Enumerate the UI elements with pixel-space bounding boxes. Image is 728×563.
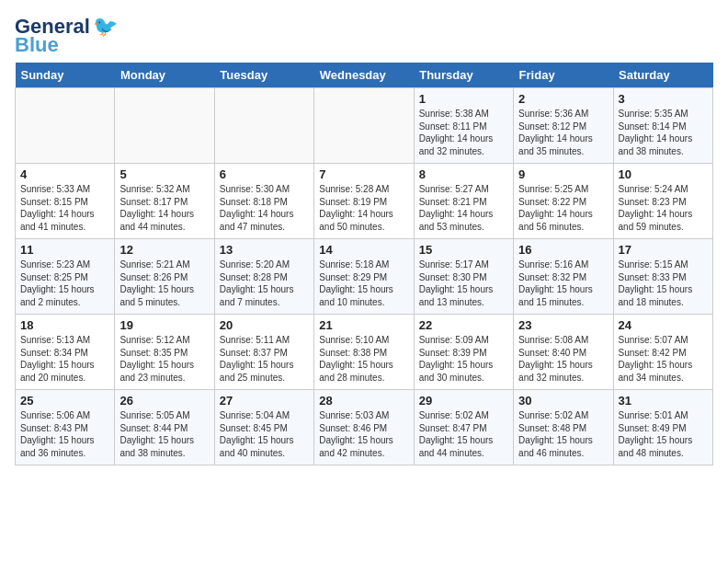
calendar-cell: 21Sunrise: 5:10 AM Sunset: 8:38 PM Dayli… (314, 315, 414, 390)
day-number: 25 (20, 394, 109, 408)
day-number: 18 (20, 318, 109, 332)
calendar-cell: 11Sunrise: 5:23 AM Sunset: 8:25 PM Dayli… (16, 239, 115, 315)
col-header-sunday: Sunday (16, 63, 115, 88)
day-info: Sunrise: 5:17 AM Sunset: 8:30 PM Dayligh… (419, 259, 508, 308)
calendar-cell: 25Sunrise: 5:06 AM Sunset: 8:43 PM Dayli… (16, 390, 115, 465)
day-info: Sunrise: 5:18 AM Sunset: 8:29 PM Dayligh… (319, 259, 408, 308)
day-number: 23 (518, 318, 608, 332)
day-number: 15 (419, 243, 508, 257)
day-number: 6 (220, 167, 309, 181)
day-number: 4 (20, 167, 109, 181)
calendar-cell: 20Sunrise: 5:11 AM Sunset: 8:37 PM Dayli… (214, 315, 313, 390)
day-number: 1 (419, 92, 508, 106)
calendar-cell: 22Sunrise: 5:09 AM Sunset: 8:39 PM Dayli… (414, 315, 513, 390)
day-info: Sunrise: 5:07 AM Sunset: 8:42 PM Dayligh… (619, 334, 708, 384)
day-number: 30 (518, 394, 608, 408)
day-number: 12 (119, 243, 209, 257)
day-number: 31 (619, 394, 708, 408)
day-info: Sunrise: 5:01 AM Sunset: 8:49 PM Dayligh… (619, 409, 708, 459)
calendar-cell: 4Sunrise: 5:33 AM Sunset: 8:15 PM Daylig… (16, 164, 115, 239)
day-info: Sunrise: 5:27 AM Sunset: 8:21 PM Dayligh… (419, 183, 508, 233)
calendar-week-5: 25Sunrise: 5:06 AM Sunset: 8:43 PM Dayli… (16, 390, 713, 465)
day-info: Sunrise: 5:24 AM Sunset: 8:23 PM Dayligh… (619, 183, 708, 233)
day-info: Sunrise: 5:02 AM Sunset: 8:48 PM Dayligh… (518, 409, 608, 459)
day-number: 17 (619, 243, 708, 257)
day-number: 13 (220, 243, 309, 257)
col-header-monday: Monday (115, 63, 214, 88)
day-number: 22 (419, 318, 508, 332)
calendar-cell (314, 88, 414, 164)
day-info: Sunrise: 5:33 AM Sunset: 8:15 PM Dayligh… (20, 183, 109, 233)
day-number: 5 (119, 167, 209, 181)
calendar-cell: 23Sunrise: 5:08 AM Sunset: 8:40 PM Dayli… (514, 315, 613, 390)
day-info: Sunrise: 5:30 AM Sunset: 8:18 PM Dayligh… (220, 183, 309, 233)
calendar-cell: 30Sunrise: 5:02 AM Sunset: 8:48 PM Dayli… (514, 390, 613, 465)
day-number: 19 (119, 318, 209, 332)
page-header: General 🐦 Blue (15, 15, 713, 55)
day-info: Sunrise: 5:06 AM Sunset: 8:43 PM Dayligh… (20, 409, 109, 459)
calendar-cell: 29Sunrise: 5:02 AM Sunset: 8:47 PM Dayli… (414, 390, 513, 465)
calendar-cell: 5Sunrise: 5:32 AM Sunset: 8:17 PM Daylig… (115, 164, 214, 239)
day-info: Sunrise: 5:09 AM Sunset: 8:39 PM Dayligh… (419, 334, 508, 384)
day-number: 29 (419, 394, 508, 408)
col-header-wednesday: Wednesday (314, 63, 414, 88)
day-number: 20 (220, 318, 309, 332)
calendar-cell (214, 88, 313, 164)
calendar-week-2: 4Sunrise: 5:33 AM Sunset: 8:15 PM Daylig… (16, 164, 713, 239)
logo-blue: Blue (15, 35, 59, 55)
calendar-cell (16, 88, 115, 164)
day-number: 28 (319, 394, 408, 408)
calendar-cell: 10Sunrise: 5:24 AM Sunset: 8:23 PM Dayli… (613, 164, 712, 239)
calendar-cell: 6Sunrise: 5:30 AM Sunset: 8:18 PM Daylig… (214, 164, 313, 239)
col-header-thursday: Thursday (414, 63, 513, 88)
calendar-cell: 14Sunrise: 5:18 AM Sunset: 8:29 PM Dayli… (314, 239, 414, 315)
day-number: 2 (518, 92, 608, 106)
day-info: Sunrise: 5:25 AM Sunset: 8:22 PM Dayligh… (518, 183, 608, 233)
calendar-week-3: 11Sunrise: 5:23 AM Sunset: 8:25 PM Dayli… (16, 239, 713, 315)
day-number: 8 (419, 167, 508, 181)
calendar-cell (115, 88, 214, 164)
calendar-cell: 13Sunrise: 5:20 AM Sunset: 8:28 PM Dayli… (214, 239, 313, 315)
day-info: Sunrise: 5:12 AM Sunset: 8:35 PM Dayligh… (119, 334, 209, 384)
calendar-cell: 15Sunrise: 5:17 AM Sunset: 8:30 PM Dayli… (414, 239, 513, 315)
calendar-cell: 16Sunrise: 5:16 AM Sunset: 8:32 PM Dayli… (514, 239, 613, 315)
calendar-cell: 28Sunrise: 5:03 AM Sunset: 8:46 PM Dayli… (314, 390, 414, 465)
day-number: 11 (20, 243, 109, 257)
day-info: Sunrise: 5:08 AM Sunset: 8:40 PM Dayligh… (518, 334, 608, 384)
calendar-header: SundayMondayTuesdayWednesdayThursdayFrid… (16, 63, 713, 88)
calendar-cell: 3Sunrise: 5:35 AM Sunset: 8:14 PM Daylig… (613, 88, 712, 164)
day-info: Sunrise: 5:38 AM Sunset: 8:11 PM Dayligh… (419, 108, 508, 157)
day-info: Sunrise: 5:21 AM Sunset: 8:26 PM Dayligh… (119, 259, 209, 308)
calendar-cell: 12Sunrise: 5:21 AM Sunset: 8:26 PM Dayli… (115, 239, 214, 315)
day-number: 10 (619, 167, 708, 181)
calendar-cell: 17Sunrise: 5:15 AM Sunset: 8:33 PM Dayli… (613, 239, 712, 315)
day-info: Sunrise: 5:35 AM Sunset: 8:14 PM Dayligh… (619, 108, 708, 157)
day-info: Sunrise: 5:16 AM Sunset: 8:32 PM Dayligh… (518, 259, 608, 308)
day-info: Sunrise: 5:15 AM Sunset: 8:33 PM Dayligh… (619, 259, 708, 308)
day-number: 14 (319, 243, 408, 257)
col-header-friday: Friday (514, 63, 613, 88)
day-number: 24 (619, 318, 708, 332)
logo-bird-icon: 🐦 (93, 15, 118, 39)
col-header-tuesday: Tuesday (214, 63, 313, 88)
calendar-cell: 9Sunrise: 5:25 AM Sunset: 8:22 PM Daylig… (514, 164, 613, 239)
day-info: Sunrise: 5:05 AM Sunset: 8:44 PM Dayligh… (119, 409, 209, 459)
day-number: 7 (319, 167, 408, 181)
day-info: Sunrise: 5:03 AM Sunset: 8:46 PM Dayligh… (319, 409, 408, 459)
day-number: 9 (518, 167, 608, 181)
day-number: 27 (220, 394, 309, 408)
day-info: Sunrise: 5:02 AM Sunset: 8:47 PM Dayligh… (419, 409, 508, 459)
col-header-saturday: Saturday (613, 63, 712, 88)
calendar-cell: 2Sunrise: 5:36 AM Sunset: 8:12 PM Daylig… (514, 88, 613, 164)
calendar-cell: 26Sunrise: 5:05 AM Sunset: 8:44 PM Dayli… (115, 390, 214, 465)
calendar-table: SundayMondayTuesdayWednesdayThursdayFrid… (15, 63, 713, 465)
calendar-cell: 19Sunrise: 5:12 AM Sunset: 8:35 PM Dayli… (115, 315, 214, 390)
day-info: Sunrise: 5:32 AM Sunset: 8:17 PM Dayligh… (119, 183, 209, 233)
day-info: Sunrise: 5:13 AM Sunset: 8:34 PM Dayligh… (20, 334, 109, 384)
day-info: Sunrise: 5:23 AM Sunset: 8:25 PM Dayligh… (20, 259, 109, 308)
day-number: 21 (319, 318, 408, 332)
calendar-cell: 1Sunrise: 5:38 AM Sunset: 8:11 PM Daylig… (414, 88, 513, 164)
day-info: Sunrise: 5:10 AM Sunset: 8:38 PM Dayligh… (319, 334, 408, 384)
calendar-cell: 31Sunrise: 5:01 AM Sunset: 8:49 PM Dayli… (613, 390, 712, 465)
calendar-week-1: 1Sunrise: 5:38 AM Sunset: 8:11 PM Daylig… (16, 88, 713, 164)
